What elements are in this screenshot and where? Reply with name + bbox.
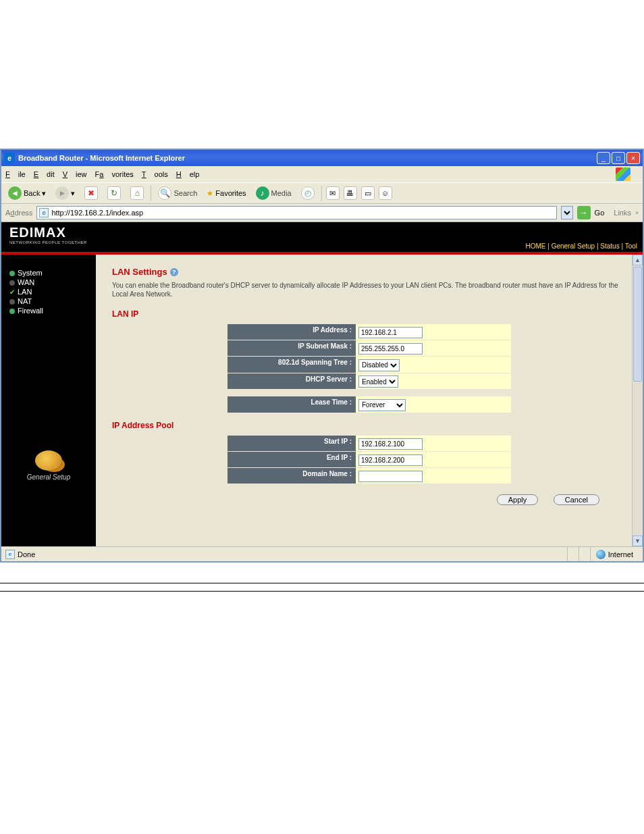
nav-general[interactable]: General Setup <box>552 242 595 250</box>
hr-line <box>0 591 644 594</box>
back-button[interactable]: ◄Back ▾ <box>5 185 49 201</box>
address-dropdown[interactable] <box>561 206 573 219</box>
start-ip-input[interactable] <box>358 438 423 450</box>
domain-input[interactable] <box>358 471 423 482</box>
subnet-input[interactable] <box>358 343 423 355</box>
dhcp-select[interactable]: Enabled <box>358 375 398 388</box>
favorites-button[interactable]: ★Favorites <box>204 188 248 199</box>
menu-view[interactable]: View <box>63 170 87 178</box>
globe-icon <box>596 550 606 559</box>
scroll-up-icon[interactable]: ▲ <box>633 255 643 265</box>
zone-cell: Internet <box>590 547 639 561</box>
close-button[interactable]: × <box>626 152 640 164</box>
search-icon: 🔍 <box>158 186 171 200</box>
status-cell <box>567 547 579 561</box>
sidebar-footer-label: General Setup <box>1 473 96 481</box>
titlebar: e Broadband Router - Microsoft Internet … <box>1 150 643 166</box>
go-button[interactable]: → <box>577 206 591 219</box>
apply-button[interactable]: Apply <box>497 494 539 505</box>
window-title: Broadband Router - Microsoft Internet Ex… <box>18 154 597 162</box>
go-label: Go <box>595 209 605 217</box>
address-label: Address <box>5 209 32 217</box>
page-icon: e <box>39 208 49 217</box>
sidebar-item-nat[interactable]: NAT <box>1 296 96 306</box>
brand-logo: EDIMAX NETWORKING PEOPLE TOGETHER <box>1 222 643 244</box>
spanning-select[interactable]: Disabled <box>358 359 400 371</box>
sidebar-item-firewall[interactable]: Firewall <box>1 306 96 315</box>
hr-line <box>0 583 644 585</box>
menu-help[interactable]: Help <box>176 170 200 178</box>
forward-icon: ► <box>55 186 69 200</box>
top-nav: HOME | General Setup | Status | Tool <box>525 242 637 250</box>
minimize-button[interactable]: _ <box>597 152 610 164</box>
toolbar: ◄Back ▾ ► ▾ ✖ ↻ ⌂ 🔍Search ★Favorites ♪Me… <box>1 182 643 204</box>
links-label: Links <box>614 209 631 217</box>
sidebar: System WAN LAN NAT Firewall General Setu… <box>1 222 96 546</box>
scrollbar[interactable]: ▲ ▼ <box>632 255 643 546</box>
page-content: EDIMAX NETWORKING PEOPLE TOGETHER HOME |… <box>1 222 643 546</box>
cancel-button[interactable]: Cancel <box>554 494 599 505</box>
back-icon: ◄ <box>8 186 22 200</box>
nav-home[interactable]: HOME <box>525 242 545 250</box>
form-actions: Apply Cancel <box>112 493 599 505</box>
star-icon: ★ <box>207 189 213 198</box>
help-icon[interactable]: ? <box>170 268 178 276</box>
media-icon: ♪ <box>256 186 269 200</box>
search-button[interactable]: 🔍Search <box>155 185 200 201</box>
menu-file[interactable]: File <box>5 170 26 178</box>
address-text: http://192.168.2.1/index.asp <box>51 209 143 217</box>
sidebar-item-system[interactable]: System <box>1 268 96 278</box>
bullet-icon <box>9 271 15 276</box>
address-bar: Address e http://192.168.2.1/index.asp →… <box>1 204 643 222</box>
maximize-button[interactable]: □ <box>612 152 625 164</box>
status-cell <box>579 547 590 561</box>
section-ip-pool: IP Address Pool <box>112 421 626 430</box>
address-input-wrap[interactable]: e http://192.168.2.1/index.asp <box>36 206 556 219</box>
refresh-button[interactable]: ↻ <box>105 185 124 201</box>
row-subnet: IP Subnet Mask : <box>227 340 511 356</box>
lan-ip-table: IP Address : IP Subnet Mask : 802.1d Spa… <box>227 324 511 413</box>
gear-icon <box>35 450 62 471</box>
sidebar-item-lan[interactable]: LAN <box>1 287 96 296</box>
statusbar: e Done Internet <box>1 546 643 561</box>
discuss-button[interactable]: ☺ <box>379 186 392 200</box>
ip-address-input[interactable] <box>358 327 423 338</box>
end-ip-input[interactable] <box>358 454 423 466</box>
bullet-icon <box>9 299 15 305</box>
media-button[interactable]: ♪Media <box>253 185 294 201</box>
history-icon: ◴ <box>301 186 315 200</box>
nav-tool[interactable]: Tool <box>625 242 637 250</box>
menu-favorites[interactable]: Favorites <box>95 170 134 178</box>
home-button[interactable]: ⌂ <box>128 185 146 201</box>
row-spanning: 802.1d Spanning Tree : Disabled <box>227 357 511 373</box>
toolbar-separator <box>321 186 322 201</box>
scroll-down-icon[interactable]: ▼ <box>633 536 643 546</box>
lease-select[interactable]: Forever <box>358 399 406 411</box>
main-panel: LAN Settings ? You can enable the Broadb… <box>96 255 643 546</box>
sidebar-item-wan[interactable]: WAN <box>1 278 96 287</box>
menubar: File Edit View Favorites Tools Help <box>1 166 643 182</box>
menu-edit[interactable]: Edit <box>34 170 55 178</box>
bullet-icon <box>9 280 15 286</box>
page-description: You can enable the Broadband router's DH… <box>112 281 626 298</box>
ip-pool-table: Start IP : End IP : Domain Name : <box>227 436 511 484</box>
row-domain: Domain Name : <box>227 468 511 484</box>
menu-tools[interactable]: Tools <box>142 170 168 178</box>
stop-button[interactable]: ✖ <box>82 185 101 201</box>
bullet-icon <box>9 309 15 314</box>
edit-button[interactable]: ▭ <box>361 186 375 200</box>
nav-status[interactable]: Status <box>600 242 619 250</box>
stop-icon: ✖ <box>84 186 98 200</box>
ie-icon: e <box>4 153 15 163</box>
status-text: Done <box>18 550 35 558</box>
mail-button[interactable]: ✉ <box>326 186 340 200</box>
forward-button[interactable]: ► ▾ <box>53 185 78 201</box>
print-button[interactable]: 🖶 <box>344 186 357 200</box>
page-title: LAN Settings ? <box>112 267 626 277</box>
scroll-thumb[interactable] <box>633 267 642 382</box>
row-ip-address: IP Address : <box>227 324 511 340</box>
row-end-ip: End IP : <box>227 452 511 467</box>
section-lan-ip: LAN IP <box>112 309 626 319</box>
row-start-ip: Start IP : <box>227 436 511 451</box>
history-button[interactable]: ◴ <box>298 185 317 201</box>
